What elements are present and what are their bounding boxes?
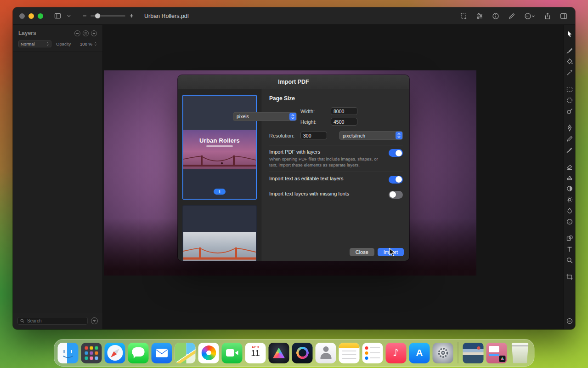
- gradient-tool-icon[interactable]: [566, 185, 573, 192]
- dock-app-store-icon[interactable]: A: [409, 343, 430, 363]
- layer-options-button[interactable]: [83, 30, 89, 36]
- dock-photomator-icon[interactable]: [292, 343, 313, 363]
- blend-mode-select[interactable]: Normal: [18, 40, 51, 47]
- view-options-icon[interactable]: [523, 11, 537, 21]
- remove-tool-icon[interactable]: [566, 317, 573, 325]
- size-unit-select[interactable]: pixels: [233, 112, 297, 121]
- dock-facetime-icon[interactable]: [222, 343, 243, 363]
- import-pdf-with-layers-toggle[interactable]: [389, 149, 403, 157]
- rect-select-tool-icon[interactable]: [566, 86, 573, 93]
- page-thumbnail-1[interactable]: Urban Rollers: [182, 95, 257, 200]
- close-button[interactable]: Close: [350, 248, 374, 256]
- opacity-label: Opacity: [56, 41, 71, 46]
- size-unit-value: pixels: [237, 114, 249, 119]
- share-icon[interactable]: [543, 11, 553, 21]
- gear-icon: [437, 347, 449, 359]
- height-input[interactable]: [331, 118, 357, 126]
- style-tool-icon[interactable]: [566, 47, 573, 54]
- dock-reminders-icon[interactable]: [362, 343, 383, 363]
- layers-search-field[interactable]: [17, 317, 88, 325]
- window-titlebar: Urban Rollers.pdf: [13, 7, 575, 25]
- toggle-label: Import PDF with layers: [269, 149, 384, 155]
- info-icon[interactable]: [491, 11, 501, 21]
- dock-system-settings-icon[interactable]: [433, 343, 453, 363]
- app-window: Urban Rollers.pdf: [13, 7, 575, 329]
- layers-list[interactable]: [13, 52, 102, 313]
- missing-fonts-toggle[interactable]: [389, 191, 403, 199]
- markup-icon[interactable]: [507, 11, 517, 21]
- reminders-row: [365, 356, 380, 360]
- zoom-window-button[interactable]: [38, 13, 43, 19]
- canvas-area[interactable]: Import PDF Urban Rollers: [103, 25, 563, 329]
- dock-notes-icon[interactable]: [339, 343, 360, 363]
- search-icon: [20, 319, 24, 323]
- pencil-tool-icon[interactable]: [566, 135, 573, 143]
- effects-tool-icon[interactable]: [566, 196, 573, 203]
- tool-strip: [563, 25, 575, 329]
- format-panel-icon[interactable]: [559, 11, 569, 21]
- layers-filter-button[interactable]: [91, 317, 98, 324]
- dock-preview-document-1[interactable]: [463, 343, 484, 363]
- import-settings-pane: Page Size Width: pixels: [261, 89, 409, 261]
- dock-preview-document-2[interactable]: [486, 343, 507, 363]
- dock-calendar-icon[interactable]: APR 11: [245, 343, 266, 363]
- dock-maps-icon[interactable]: [175, 343, 196, 363]
- zoom-tool-icon[interactable]: [566, 257, 573, 264]
- quick-select-tool-icon[interactable]: [566, 108, 573, 115]
- resolution-label: Resolution:: [269, 133, 297, 138]
- dialog-body: Urban Rollers: [178, 89, 409, 261]
- fill-tool-icon[interactable]: [566, 58, 573, 65]
- minimize-window-button[interactable]: [28, 13, 34, 19]
- zoom-slider-knob[interactable]: [95, 13, 100, 18]
- shape-tool-icon[interactable]: [566, 235, 573, 242]
- dock: APR 11 ♪ A: [54, 339, 535, 367]
- compass-dial: [107, 345, 123, 361]
- opacity-value[interactable]: 100 %: [80, 41, 92, 46]
- close-window-button[interactable]: [19, 13, 25, 19]
- dock-contacts-icon[interactable]: [316, 343, 336, 363]
- search-input[interactable]: [26, 318, 85, 324]
- arrange-tool-icon[interactable]: [566, 69, 573, 76]
- ellipse-select-tool-icon[interactable]: [566, 97, 573, 104]
- sidebar-chevron-icon[interactable]: [66, 11, 72, 21]
- zoom-in-icon[interactable]: [129, 11, 134, 21]
- poster-title: Urban Rollers: [183, 137, 256, 144]
- brush-tool-icon[interactable]: [566, 146, 573, 154]
- zoom-slider[interactable]: [90, 15, 125, 17]
- retouch-tool-icon[interactable]: [566, 207, 573, 214]
- dock-finder-icon[interactable]: [58, 343, 79, 363]
- blend-mode-value: Normal: [21, 41, 35, 46]
- dock-safari-icon[interactable]: [105, 343, 125, 363]
- add-layer-button[interactable]: [91, 30, 97, 36]
- eraser-tool-icon[interactable]: [566, 163, 573, 170]
- crop-tool-icon[interactable]: [566, 273, 573, 281]
- dock-music-icon[interactable]: ♪: [386, 343, 407, 363]
- import-editable-text-toggle[interactable]: [389, 176, 403, 184]
- dock-messages-icon[interactable]: [128, 343, 149, 363]
- transform-icon[interactable]: [458, 11, 469, 21]
- dock-launchpad-icon[interactable]: [81, 343, 102, 363]
- page-thumbnail-2[interactable]: [182, 205, 257, 261]
- pixelmator-triangle: [273, 348, 285, 358]
- sidebar-toggle-icon[interactable]: [52, 11, 62, 21]
- resolution-input[interactable]: [300, 132, 327, 139]
- text-tool-icon[interactable]: [566, 246, 573, 253]
- preview-strip: [489, 354, 499, 356]
- clone-tool-icon[interactable]: [566, 174, 573, 181]
- width-input[interactable]: [331, 107, 357, 115]
- pen-tool-icon[interactable]: [566, 124, 573, 132]
- move-tool-icon[interactable]: [566, 30, 573, 38]
- color-tool-icon[interactable]: [566, 218, 573, 225]
- resolution-unit-value: pixels/inch: [343, 133, 365, 138]
- reminder-dot: [365, 356, 368, 360]
- adjust-icon[interactable]: [475, 11, 485, 21]
- resolution-unit-select[interactable]: pixels/inch: [339, 131, 403, 140]
- dock-photos-icon[interactable]: [198, 343, 219, 363]
- opacity-stepper-icon[interactable]: [94, 42, 97, 46]
- launchpad-grid: [85, 346, 98, 360]
- zoom-out-icon[interactable]: [82, 11, 87, 21]
- remove-layer-button[interactable]: [74, 30, 80, 36]
- dock-mail-icon[interactable]: [152, 343, 172, 363]
- dock-pixelmator-pro-icon[interactable]: [269, 343, 289, 363]
- dock-trash-icon[interactable]: [510, 343, 531, 363]
